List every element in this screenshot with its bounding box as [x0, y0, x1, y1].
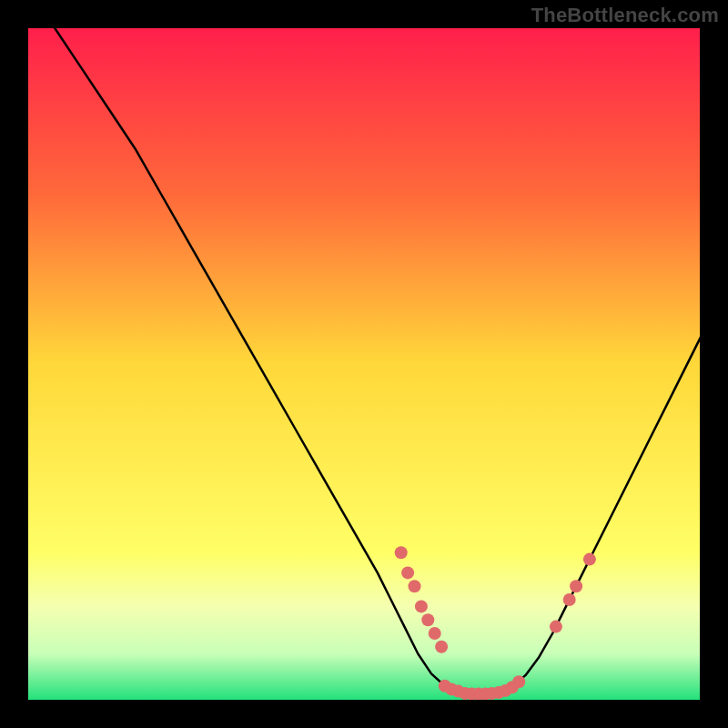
data-marker: [409, 580, 421, 592]
chart-container: TheBottleneck.com: [0, 0, 728, 728]
data-marker: [512, 675, 525, 688]
data-marker: [429, 627, 441, 640]
data-marker: [570, 580, 582, 592]
plot-svg: [27, 27, 701, 701]
data-marker: [395, 546, 408, 559]
plot-frame: [27, 27, 701, 701]
data-marker: [421, 613, 434, 626]
watermark-text: TheBottleneck.com: [531, 4, 719, 27]
data-marker: [550, 621, 562, 633]
data-marker: [401, 566, 414, 579]
data-marker: [583, 553, 596, 566]
data-marker: [435, 641, 448, 653]
data-marker: [415, 600, 428, 612]
gradient-background: [27, 27, 701, 701]
data-marker: [563, 593, 576, 606]
